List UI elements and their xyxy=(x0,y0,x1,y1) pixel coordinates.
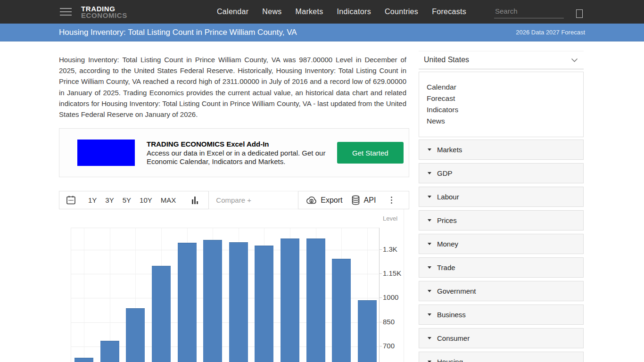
search-input[interactable] xyxy=(494,6,564,18)
api-label: API xyxy=(364,196,376,205)
y-axis-tick-label: 1000 xyxy=(383,293,411,302)
y-axis-tick-label: 850 xyxy=(383,317,411,327)
chart-bar[interactable] xyxy=(178,243,197,362)
calendar-range-icon[interactable] xyxy=(66,195,76,205)
range-5y[interactable]: 5Y xyxy=(123,196,131,204)
page-title: Housing Inventory: Total Listing Count i… xyxy=(59,24,297,41)
data-forecast-note: 2026 Data 2027 Forecast xyxy=(516,24,585,41)
range-1y[interactable]: 1Y xyxy=(88,196,97,204)
cloud-download-icon xyxy=(306,196,317,204)
accordion-government[interactable]: Government xyxy=(419,281,584,301)
summary-paragraph: Housing Inventory: Total Listing Count i… xyxy=(59,54,406,120)
chart-bar[interactable] xyxy=(332,259,351,362)
nav-item-countries[interactable]: Countries xyxy=(385,8,418,16)
logo-line2: ECONOMICS xyxy=(81,12,127,19)
chart-bar[interactable] xyxy=(358,300,377,362)
title-bar: Housing Inventory: Total Listing Count i… xyxy=(0,24,644,41)
accordion-markets[interactable]: Markets xyxy=(419,140,584,160)
export-label: Export xyxy=(321,196,342,205)
nav-item-news[interactable]: News xyxy=(262,8,281,16)
chart-bar[interactable] xyxy=(281,239,299,362)
accordion-money[interactable]: Money xyxy=(419,234,584,254)
chart-menu-icon[interactable] xyxy=(389,195,394,206)
menu-icon[interactable] xyxy=(60,8,72,16)
chart-bar[interactable] xyxy=(255,246,273,362)
range-buttons: 1Y 3Y 5Y 10Y MAX xyxy=(88,196,176,204)
chart-toolbar: 1Y 3Y 5Y 10Y MAX Export API xyxy=(59,191,409,209)
caret-down-icon xyxy=(428,172,431,174)
chevron-down-icon xyxy=(571,58,578,62)
category-accordions: Markets GDP Labour Prices Money Trade Go… xyxy=(419,140,584,362)
caret-down-icon xyxy=(428,219,431,222)
chart-bar[interactable] xyxy=(100,341,119,362)
sidebar-link-calendar[interactable]: Calendar xyxy=(419,82,583,93)
bar-chart-plot xyxy=(71,228,380,362)
accordion-prices[interactable]: Prices xyxy=(419,210,584,230)
y-axis-tick xyxy=(380,249,382,250)
article-summary: Housing Inventory: Total Listing Count i… xyxy=(59,54,406,120)
country-links-card: Calendar Forecast Indicators News xyxy=(419,72,584,137)
range-3y[interactable]: 3Y xyxy=(105,196,114,204)
promo-title: TRADING ECONOMICS Excel Add-In xyxy=(147,140,337,148)
accordion-trade[interactable]: Trade xyxy=(419,257,584,278)
flag-icon[interactable] xyxy=(576,9,583,18)
api-button[interactable]: API xyxy=(351,195,376,205)
accordion-housing[interactable]: Housing xyxy=(419,352,584,362)
h-gridline xyxy=(71,250,380,250)
sidebar-link-forecast[interactable]: Forecast xyxy=(419,93,583,104)
y-axis-tick-label: 700 xyxy=(383,341,411,351)
y-axis-tick xyxy=(380,322,382,322)
country-select-value: United States xyxy=(424,56,469,64)
caret-down-icon xyxy=(428,148,431,151)
accordion-business[interactable]: Business xyxy=(419,304,584,325)
nav-item-indicators[interactable]: Indicators xyxy=(337,8,371,16)
axis-unit-label: Level xyxy=(383,215,397,222)
caret-down-icon xyxy=(428,290,431,292)
chart-type-icon[interactable] xyxy=(192,197,198,204)
export-button[interactable]: Export xyxy=(306,196,342,205)
chart-area: Level 1.3K1.15K1000850700 xyxy=(59,209,404,362)
range-10y[interactable]: 10Y xyxy=(140,196,152,204)
chart-bar[interactable] xyxy=(203,240,222,362)
chart-card: 1Y 3Y 5Y 10Y MAX Export API Le xyxy=(59,191,409,362)
logo[interactable]: TRADING ECONOMICS xyxy=(81,6,127,19)
sidebar-link-news[interactable]: News xyxy=(419,115,583,127)
promo-text: TRADING ECONOMICS Excel Add-In Access ou… xyxy=(147,140,337,166)
y-axis-tick xyxy=(380,346,382,346)
nav-item-markets[interactable]: Markets xyxy=(296,8,323,16)
y-axis-tick-label: 1.15K xyxy=(383,269,411,278)
nav-item-forecasts[interactable]: Forecasts xyxy=(432,8,466,16)
promo-image xyxy=(77,140,135,166)
caret-down-icon xyxy=(428,196,431,198)
y-axis-tick xyxy=(380,297,382,298)
range-max[interactable]: MAX xyxy=(161,196,176,204)
chart-bar[interactable] xyxy=(229,242,248,362)
page: TRADING ECONOMICS Calendar News Markets … xyxy=(0,0,644,362)
chart-bar[interactable] xyxy=(306,239,325,362)
accordion-gdp[interactable]: GDP xyxy=(419,163,584,183)
sidebar-link-indicators[interactable]: Indicators xyxy=(419,104,583,115)
top-navbar: TRADING ECONOMICS Calendar News Markets … xyxy=(0,0,644,24)
chart-bar[interactable] xyxy=(152,266,171,362)
caret-down-icon xyxy=(428,266,431,269)
accordion-consumer[interactable]: Consumer xyxy=(419,328,584,348)
nav-item-calendar[interactable]: Calendar xyxy=(217,8,248,16)
get-started-button[interactable]: Get Started xyxy=(337,142,404,164)
promo-body: Access our data in Excel or in a dedicat… xyxy=(147,149,337,166)
caret-down-icon xyxy=(428,313,431,316)
y-axis-tick xyxy=(380,273,382,274)
caret-down-icon xyxy=(428,337,431,339)
database-icon xyxy=(351,195,360,205)
chart-bar[interactable] xyxy=(74,358,93,362)
chart-bar[interactable] xyxy=(126,308,145,362)
y-axis-tick-label: 1.3K xyxy=(383,245,411,254)
caret-down-icon xyxy=(428,243,431,245)
compare-input[interactable] xyxy=(216,196,296,204)
v-gridline xyxy=(84,228,84,362)
main-nav: Calendar News Markets Indicators Countri… xyxy=(217,0,466,24)
accordion-labour[interactable]: Labour xyxy=(419,187,584,207)
sidebar: United States Calendar Forecast Indicato… xyxy=(419,51,584,362)
country-select[interactable]: United States xyxy=(419,51,584,69)
excel-addin-promo: TRADING ECONOMICS Excel Add-In Access ou… xyxy=(59,128,409,177)
